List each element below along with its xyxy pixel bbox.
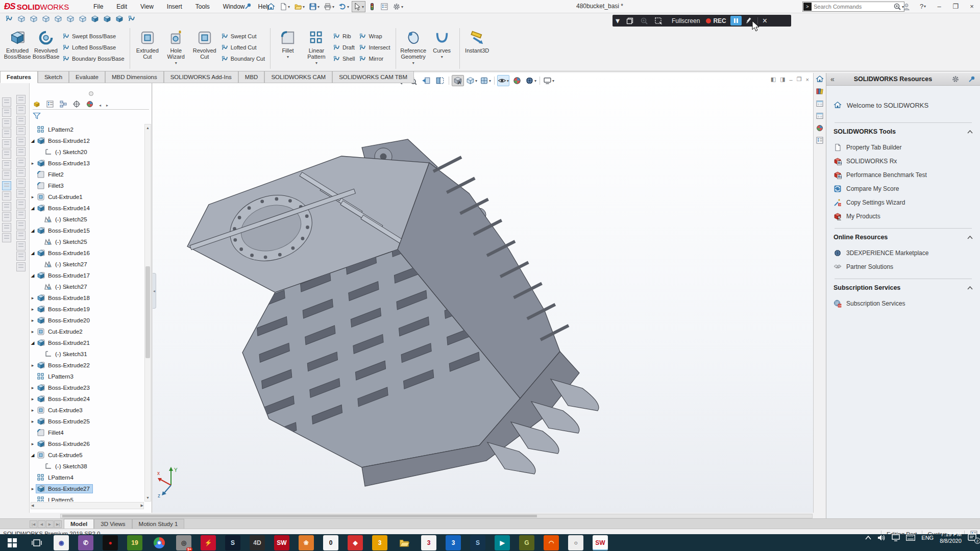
expander-icon[interactable]: ▸ (30, 396, 36, 402)
expander-icon[interactable]: ◢ (30, 206, 36, 211)
tree-item-content[interactable]: Boss-Extrude22 (36, 361, 93, 370)
configurations-icon[interactable] (59, 100, 67, 108)
dark-s-app[interactable]: S (470, 535, 485, 550)
tab-mbd-dimensions[interactable]: MBD Dimensions (105, 71, 164, 83)
notification-center-icon[interactable]: 2 (968, 534, 977, 542)
collapse-chevron-icon[interactable] (967, 286, 973, 290)
expander-icon[interactable]: ◢ (30, 138, 36, 143)
tree-item-bossextrude21[interactable]: ◢Boss-Extrude21 (30, 337, 144, 348)
design-library-icon[interactable] (814, 85, 826, 97)
recorder-magnifier-icon[interactable] (637, 15, 651, 27)
tree-item-cutextrude5[interactable]: ◢Cut-Extrude5 (30, 449, 144, 461)
copy-settings-wizard-link[interactable]: SWCopy Settings Wizard (834, 195, 973, 209)
solidworks-rx-link[interactable]: RxSOLIDWORKS Rx (834, 154, 973, 168)
docked-toolbar-icon[interactable] (16, 116, 26, 125)
prev-arrow[interactable]: ◂ (99, 99, 101, 109)
expander-icon[interactable]: ▸ (30, 486, 36, 491)
part-tree-icon[interactable] (33, 100, 41, 108)
tree-item-content[interactable]: Boss-Extrude27 (36, 484, 93, 493)
shell-button[interactable]: Shell (331, 53, 357, 64)
docked-toolbar-icon[interactable] (2, 212, 11, 221)
file-explorer-icon[interactable] (814, 97, 826, 110)
dropdown-caret-icon[interactable]: ▾ (317, 5, 320, 9)
docked-toolbar-icon[interactable] (2, 129, 11, 138)
tree-item-bossextrude20[interactable]: ▸Boss-Extrude20 (30, 315, 144, 326)
view-cube-1[interactable] (16, 14, 27, 24)
extruded-cut-button[interactable]: Extruded Cut (133, 28, 162, 60)
volume-icon[interactable] (877, 534, 886, 541)
instant3d-button[interactable]: Instant3D (463, 28, 492, 54)
expander-icon[interactable]: ◢ (30, 251, 36, 256)
section-header-subscription-services[interactable]: Subscription Services (834, 284, 973, 291)
tree-item-content[interactable]: Boss-Extrude25 (36, 417, 93, 426)
yellow-doc-app[interactable]: 3 (372, 535, 387, 550)
bucket-3d-model[interactable] (153, 73, 813, 513)
tree-item-content[interactable]: Boss-Extrude15 (36, 226, 93, 235)
collapse-chevron-icon[interactable] (967, 130, 973, 134)
docked-toolbar-icon[interactable] (16, 95, 26, 104)
docked-toolbar-icon[interactable] (2, 160, 11, 169)
tree-item-sketch25[interactable]: (-) Sketch25 (30, 236, 144, 247)
view-palette-icon[interactable] (814, 110, 826, 122)
chrome-app[interactable] (152, 535, 167, 550)
docked-toolbar-icon[interactable] (16, 179, 26, 188)
property-tab-builder-link[interactable]: Property Tab Builder (834, 140, 973, 154)
expander-icon[interactable]: ◢ (30, 340, 36, 345)
minimize-button[interactable]: – (932, 1, 946, 12)
docked-toolbar-icon[interactable] (2, 202, 11, 211)
tree-item-content[interactable]: LPattern4 (36, 473, 77, 482)
viber-app[interactable]: ✆ (78, 535, 93, 550)
tree-item-content[interactable]: Boss-Extrude23 (36, 383, 93, 392)
expander-icon[interactable]: ▸ (30, 363, 36, 368)
intersect-button[interactable]: Intersect (357, 42, 392, 53)
tab-solidworks-cam[interactable]: SOLIDWORKS CAM (264, 71, 332, 83)
cinema4d-app[interactable]: 4D (250, 535, 265, 550)
gpu-app[interactable]: G (519, 535, 534, 550)
expander-icon[interactable]: ▸ (30, 329, 36, 334)
tree-item-cutextrude3[interactable]: ▸Cut-Extrude3 (30, 405, 144, 416)
menu-tools[interactable]: Tools (189, 0, 216, 13)
flash-app[interactable]: ⚡ (201, 535, 216, 550)
tab-evaluate[interactable]: Evaluate (69, 71, 105, 83)
tree-item-content[interactable]: Cut-Extrude1 (36, 192, 86, 202)
tab-solidworks-add-ins[interactable]: SOLIDWORKS Add-Ins (164, 71, 238, 83)
partner-solutions-link[interactable]: Partner Solutions (834, 260, 973, 273)
tree-item-fillet3[interactable]: Fillet3 (30, 180, 144, 191)
reference-geometry-button[interactable]: Reference Geometry▾ (399, 28, 428, 65)
undo-button[interactable]: ▾ (337, 1, 351, 12)
tree-item-bossextrude17[interactable]: ◢Boss-Extrude17 (30, 270, 144, 281)
tree-item-content[interactable]: Cut-Extrude2 (36, 327, 86, 336)
close-button[interactable]: × (965, 1, 979, 12)
white-ring-app[interactable]: ○ (568, 535, 583, 550)
collapse-pane-icon[interactable]: « (826, 75, 839, 83)
tree-item-sketch27[interactable]: (-) Sketch27 (30, 281, 144, 292)
docked-toolbar-icon[interactable] (2, 233, 11, 242)
rib-button[interactable]: Rib (331, 31, 357, 42)
file-explorer-app[interactable] (397, 535, 412, 550)
tree-item-bossextrude22[interactable]: ▸Boss-Extrude22 (30, 360, 144, 371)
docked-toolbar-icon[interactable] (16, 158, 26, 167)
tree-item-sketch27[interactable]: (-) Sketch27 (30, 259, 144, 270)
view-cube-5[interactable] (65, 14, 76, 24)
tree-item-content[interactable]: LPattern5 (36, 495, 77, 502)
diamond-app[interactable]: ◆ (348, 535, 363, 550)
expander-icon[interactable]: ▸ (30, 161, 36, 166)
docked-toolbar-icon[interactable] (2, 223, 11, 232)
dimxpert-icon[interactable] (72, 100, 81, 108)
tree-item-lpattern2[interactable]: LPattern2 (30, 124, 144, 135)
tree-item-cutextrude2[interactable]: ▸Cut-Extrude2 (30, 326, 144, 337)
tree-item-content[interactable]: Cut-Extrude5 (36, 450, 86, 460)
tree-item-bossextrude16[interactable]: ◢Boss-Extrude16 (30, 247, 144, 259)
dropdown-caret-icon[interactable]: ▾ (287, 55, 289, 59)
expander-icon[interactable]: ▸ (30, 307, 36, 312)
dropdown-caret-icon[interactable]: ▾ (288, 5, 290, 9)
swept-cut-button[interactable]: Swept Cut (219, 31, 267, 42)
scroll-down-icon[interactable]: ▼ (145, 494, 151, 501)
move-triad-icon[interactable] (4, 14, 14, 24)
tree-item-content[interactable]: Boss-Extrude26 (36, 439, 93, 448)
recorder-window-icon[interactable] (623, 15, 637, 27)
docked-toolbar-icon[interactable] (2, 108, 11, 117)
steam-app[interactable]: S (225, 535, 240, 550)
scroll-left-icon[interactable]: ◀ (31, 504, 34, 508)
doc-tab-3d-views[interactable]: 3D Views (94, 519, 132, 529)
